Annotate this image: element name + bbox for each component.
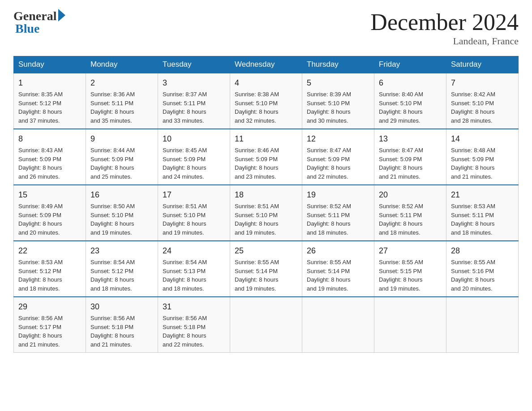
day-number: 5 <box>307 77 369 89</box>
day-info: Sunrise: 8:55 AMSunset: 5:14 PMDaylight:… <box>235 258 297 293</box>
calendar-cell: 26Sunrise: 8:55 AMSunset: 5:14 PMDayligh… <box>302 241 374 297</box>
calendar-week-row: 15Sunrise: 8:49 AMSunset: 5:09 PMDayligh… <box>14 185 519 241</box>
day-info: Sunrise: 8:44 AMSunset: 5:09 PMDaylight:… <box>90 146 153 181</box>
day-info: Sunrise: 8:54 AMSunset: 5:13 PMDaylight:… <box>163 258 225 293</box>
calendar-cell: 29Sunrise: 8:56 AMSunset: 5:17 PMDayligh… <box>14 297 86 353</box>
header-wednesday: Wednesday <box>230 56 302 73</box>
day-number: 17 <box>163 189 225 201</box>
header-sunday: Sunday <box>14 56 86 73</box>
calendar-cell: 10Sunrise: 8:45 AMSunset: 5:09 PMDayligh… <box>158 129 230 185</box>
day-number: 18 <box>235 189 297 201</box>
day-info: Sunrise: 8:40 AMSunset: 5:10 PMDaylight:… <box>379 90 442 125</box>
header-tuesday: Tuesday <box>158 56 230 73</box>
day-number: 10 <box>163 133 225 145</box>
logo-blue-text: Blue <box>13 21 39 36</box>
day-info: Sunrise: 8:56 AMSunset: 5:17 PMDaylight:… <box>18 314 81 349</box>
day-info: Sunrise: 8:53 AMSunset: 5:12 PMDaylight:… <box>18 258 81 293</box>
day-info: Sunrise: 8:45 AMSunset: 5:09 PMDaylight:… <box>163 146 225 181</box>
calendar-cell: 1Sunrise: 8:35 AMSunset: 5:12 PMDaylight… <box>14 73 86 129</box>
calendar-cell: 28Sunrise: 8:55 AMSunset: 5:16 PMDayligh… <box>446 241 519 297</box>
calendar-week-row: 8Sunrise: 8:43 AMSunset: 5:09 PMDaylight… <box>14 129 519 185</box>
calendar-cell: 8Sunrise: 8:43 AMSunset: 5:09 PMDaylight… <box>14 129 86 185</box>
calendar-table: SundayMondayTuesdayWednesdayThursdayFrid… <box>13 56 519 353</box>
calendar-cell: 22Sunrise: 8:53 AMSunset: 5:12 PMDayligh… <box>14 241 86 297</box>
calendar-cell: 21Sunrise: 8:53 AMSunset: 5:11 PMDayligh… <box>446 185 519 241</box>
day-number: 3 <box>163 77 225 89</box>
day-number: 26 <box>307 245 369 257</box>
day-number: 4 <box>235 77 297 89</box>
day-number: 1 <box>18 77 81 89</box>
day-number: 20 <box>379 189 442 201</box>
day-number: 13 <box>379 133 442 145</box>
day-info: Sunrise: 8:36 AMSunset: 5:11 PMDaylight:… <box>90 90 153 125</box>
day-number: 31 <box>163 301 225 313</box>
month-title: December 2024 <box>370 9 519 35</box>
header-saturday: Saturday <box>446 56 519 73</box>
calendar-cell: 3Sunrise: 8:37 AMSunset: 5:11 PMDaylight… <box>158 73 230 129</box>
calendar-cell: 30Sunrise: 8:56 AMSunset: 5:18 PMDayligh… <box>86 297 158 353</box>
day-number: 27 <box>379 245 442 257</box>
day-number: 29 <box>18 301 81 313</box>
calendar-cell <box>302 297 374 353</box>
logo-arrow-icon <box>58 9 65 21</box>
calendar-week-row: 1Sunrise: 8:35 AMSunset: 5:12 PMDaylight… <box>14 73 519 129</box>
day-number: 28 <box>451 245 514 257</box>
calendar-cell: 5Sunrise: 8:39 AMSunset: 5:10 PMDaylight… <box>302 73 374 129</box>
day-info: Sunrise: 8:53 AMSunset: 5:11 PMDaylight:… <box>451 202 514 237</box>
calendar-cell: 17Sunrise: 8:51 AMSunset: 5:10 PMDayligh… <box>158 185 230 241</box>
logo: General Blue <box>13 9 65 36</box>
day-number: 8 <box>18 133 81 145</box>
calendar-cell: 9Sunrise: 8:44 AMSunset: 5:09 PMDaylight… <box>86 129 158 185</box>
day-info: Sunrise: 8:35 AMSunset: 5:12 PMDaylight:… <box>18 90 81 125</box>
calendar-cell: 15Sunrise: 8:49 AMSunset: 5:09 PMDayligh… <box>14 185 86 241</box>
calendar-cell: 13Sunrise: 8:47 AMSunset: 5:09 PMDayligh… <box>374 129 446 185</box>
day-info: Sunrise: 8:39 AMSunset: 5:10 PMDaylight:… <box>307 90 369 125</box>
day-info: Sunrise: 8:47 AMSunset: 5:09 PMDaylight:… <box>379 146 442 181</box>
day-info: Sunrise: 8:56 AMSunset: 5:18 PMDaylight:… <box>90 314 153 349</box>
location-label: Landean, France <box>370 35 519 47</box>
day-info: Sunrise: 8:54 AMSunset: 5:12 PMDaylight:… <box>90 258 153 293</box>
calendar-cell: 6Sunrise: 8:40 AMSunset: 5:10 PMDaylight… <box>374 73 446 129</box>
calendar-week-row: 29Sunrise: 8:56 AMSunset: 5:17 PMDayligh… <box>14 297 519 353</box>
calendar-cell: 25Sunrise: 8:55 AMSunset: 5:14 PMDayligh… <box>230 241 302 297</box>
day-number: 9 <box>90 133 153 145</box>
day-number: 25 <box>235 245 297 257</box>
calendar-cell: 27Sunrise: 8:55 AMSunset: 5:15 PMDayligh… <box>374 241 446 297</box>
day-info: Sunrise: 8:52 AMSunset: 5:11 PMDaylight:… <box>379 202 442 237</box>
day-info: Sunrise: 8:50 AMSunset: 5:10 PMDaylight:… <box>90 202 153 237</box>
calendar-cell: 24Sunrise: 8:54 AMSunset: 5:13 PMDayligh… <box>158 241 230 297</box>
calendar-cell: 11Sunrise: 8:46 AMSunset: 5:09 PMDayligh… <box>230 129 302 185</box>
day-info: Sunrise: 8:37 AMSunset: 5:11 PMDaylight:… <box>163 90 225 125</box>
calendar-cell: 14Sunrise: 8:48 AMSunset: 5:09 PMDayligh… <box>446 129 519 185</box>
page-header: General Blue December 2024 Landean, Fran… <box>13 9 519 47</box>
calendar-cell: 19Sunrise: 8:52 AMSunset: 5:11 PMDayligh… <box>302 185 374 241</box>
day-info: Sunrise: 8:55 AMSunset: 5:15 PMDaylight:… <box>379 258 442 293</box>
calendar-cell: 7Sunrise: 8:42 AMSunset: 5:10 PMDaylight… <box>446 73 519 129</box>
day-info: Sunrise: 8:47 AMSunset: 5:09 PMDaylight:… <box>307 146 369 181</box>
day-info: Sunrise: 8:42 AMSunset: 5:10 PMDaylight:… <box>451 90 514 125</box>
day-number: 15 <box>18 189 81 201</box>
day-info: Sunrise: 8:56 AMSunset: 5:18 PMDaylight:… <box>163 314 225 349</box>
calendar-header-row: SundayMondayTuesdayWednesdayThursdayFrid… <box>14 56 519 73</box>
day-info: Sunrise: 8:55 AMSunset: 5:14 PMDaylight:… <box>307 258 369 293</box>
day-number: 22 <box>18 245 81 257</box>
calendar-cell: 31Sunrise: 8:56 AMSunset: 5:18 PMDayligh… <box>158 297 230 353</box>
day-info: Sunrise: 8:52 AMSunset: 5:11 PMDaylight:… <box>307 202 369 237</box>
day-number: 16 <box>90 189 153 201</box>
day-info: Sunrise: 8:55 AMSunset: 5:16 PMDaylight:… <box>451 258 514 293</box>
day-number: 30 <box>90 301 153 313</box>
calendar-cell: 2Sunrise: 8:36 AMSunset: 5:11 PMDaylight… <box>86 73 158 129</box>
calendar-cell <box>230 297 302 353</box>
day-number: 2 <box>90 77 153 89</box>
day-number: 24 <box>163 245 225 257</box>
day-number: 11 <box>235 133 297 145</box>
header-friday: Friday <box>374 56 446 73</box>
calendar-cell <box>446 297 519 353</box>
day-info: Sunrise: 8:48 AMSunset: 5:09 PMDaylight:… <box>451 146 514 181</box>
day-info: Sunrise: 8:43 AMSunset: 5:09 PMDaylight:… <box>18 146 81 181</box>
day-number: 23 <box>90 245 153 257</box>
header-thursday: Thursday <box>302 56 374 73</box>
title-block: December 2024 Landean, France <box>370 9 519 47</box>
day-number: 14 <box>451 133 514 145</box>
day-info: Sunrise: 8:51 AMSunset: 5:10 PMDaylight:… <box>235 202 297 237</box>
